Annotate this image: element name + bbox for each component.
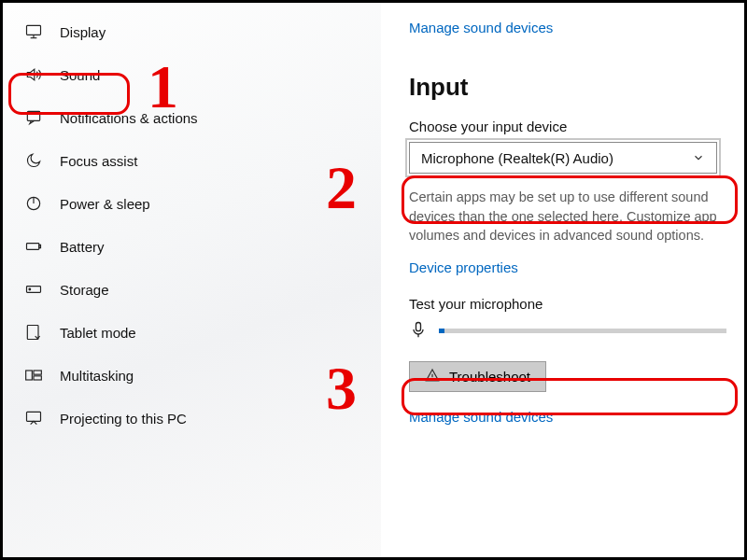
power-icon bbox=[24, 194, 43, 213]
projecting-icon bbox=[24, 409, 43, 427]
sidebar-item-label: Notifications & actions bbox=[60, 110, 198, 126]
troubleshoot-label: Troubleshoot bbox=[449, 369, 530, 385]
svg-rect-6 bbox=[27, 244, 39, 250]
dropdown-value: Microphone (Realtek(R) Audio) bbox=[421, 150, 613, 166]
sidebar-item-storage[interactable]: Storage bbox=[3, 268, 381, 311]
tablet-mode-icon bbox=[24, 323, 43, 342]
svg-rect-12 bbox=[34, 371, 41, 374]
storage-icon bbox=[24, 280, 43, 299]
sidebar-item-label: Tablet mode bbox=[60, 325, 136, 341]
sidebar-item-multitasking[interactable]: Multitasking bbox=[3, 354, 381, 397]
multitasking-icon bbox=[24, 366, 43, 385]
chevron-down-icon bbox=[692, 151, 705, 164]
microphone-level-bar bbox=[439, 329, 726, 333]
sidebar-item-label: Display bbox=[60, 24, 106, 40]
svg-point-9 bbox=[29, 288, 31, 290]
svg-rect-0 bbox=[27, 25, 41, 35]
focus-assist-icon bbox=[24, 151, 43, 170]
sidebar-item-power-sleep[interactable]: Power & sleep bbox=[3, 182, 381, 225]
svg-rect-15 bbox=[416, 322, 421, 330]
choose-input-label: Choose your input device bbox=[409, 119, 744, 134]
input-device-dropdown[interactable]: Microphone (Realtek(R) Audio) bbox=[409, 142, 717, 174]
sound-icon bbox=[24, 65, 43, 84]
manage-sound-devices-link-bottom[interactable]: Manage sound devices bbox=[409, 409, 553, 425]
sidebar-item-sound[interactable]: Sound bbox=[3, 53, 381, 96]
input-description: Certain apps may be set up to use differ… bbox=[409, 188, 744, 245]
svg-rect-13 bbox=[34, 376, 41, 380]
sidebar-item-label: Battery bbox=[60, 239, 105, 255]
svg-rect-14 bbox=[27, 412, 41, 421]
microphone-level-fill bbox=[439, 329, 444, 333]
svg-rect-3 bbox=[27, 111, 39, 120]
sidebar-item-label: Projecting to this PC bbox=[60, 411, 187, 427]
svg-point-18 bbox=[431, 378, 432, 379]
warning-icon bbox=[425, 368, 440, 385]
device-properties-link[interactable]: Device properties bbox=[409, 259, 518, 275]
sidebar-item-display[interactable]: Display bbox=[3, 10, 381, 53]
input-heading: Input bbox=[409, 73, 744, 102]
microphone-test-meter bbox=[409, 319, 726, 343]
sidebar-item-label: Storage bbox=[60, 282, 109, 298]
svg-rect-11 bbox=[26, 371, 33, 380]
manage-sound-devices-link-top[interactable]: Manage sound devices bbox=[409, 20, 553, 35]
sidebar-item-label: Sound bbox=[60, 67, 100, 83]
svg-rect-7 bbox=[39, 245, 41, 247]
notifications-icon bbox=[24, 108, 43, 127]
sidebar-item-label: Multitasking bbox=[60, 368, 134, 384]
sidebar-item-label: Power & sleep bbox=[60, 196, 150, 212]
test-microphone-label: Test your microphone bbox=[409, 296, 744, 312]
sidebar-item-battery[interactable]: Battery bbox=[3, 225, 381, 268]
microphone-icon bbox=[409, 319, 428, 343]
sidebar-item-notifications[interactable]: Notifications & actions bbox=[3, 96, 381, 139]
display-icon bbox=[24, 22, 43, 41]
sidebar-item-focus-assist[interactable]: Focus assist bbox=[3, 139, 381, 182]
settings-main-panel: Manage sound devices Input Choose your i… bbox=[381, 3, 744, 557]
battery-icon bbox=[24, 237, 43, 256]
sidebar-item-tablet-mode[interactable]: Tablet mode bbox=[3, 311, 381, 354]
sidebar-item-label: Focus assist bbox=[60, 153, 137, 169]
troubleshoot-button[interactable]: Troubleshoot bbox=[409, 361, 546, 392]
settings-sidebar: Display Sound Notifications & actions Fo… bbox=[3, 3, 381, 557]
sidebar-item-projecting[interactable]: Projecting to this PC bbox=[3, 397, 381, 440]
